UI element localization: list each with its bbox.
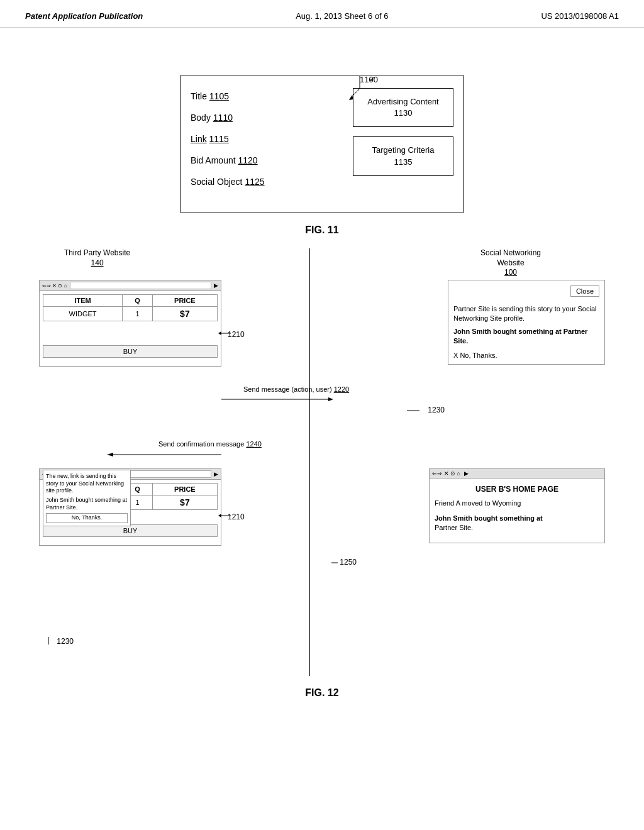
sns-home-toolbar: ⇐⇒ ✕ ⊙ ⌂ ▶	[430, 469, 604, 479]
label-1230-top: 1230	[407, 404, 445, 417]
sns-bought-text: John Smith bought something at Partner S…	[453, 327, 599, 346]
conf-no-thanks[interactable]: No, Thanks.	[46, 513, 128, 523]
fig12-diagram: Third Party Website 140 Social Networkin…	[33, 248, 611, 676]
price-7: $7	[152, 307, 217, 321]
browser-toolbar-top: ⇐⇒ ✕ ⊙ ⌂ ▶	[40, 280, 221, 291]
col-price: PRICE	[152, 295, 217, 307]
svg-marker-6	[328, 397, 333, 401]
sns-home-content: USER B'S HOME PAGE Friend A moved to Wyo…	[430, 479, 604, 543]
svg-marker-11	[218, 514, 221, 517]
close-button-top[interactable]: Close	[570, 285, 599, 297]
browser-content-bottom: ITEM Q PRICE WIDGET 1 $7 The new, l	[40, 480, 221, 545]
svg-marker-4	[218, 331, 221, 335]
svg-marker-9	[107, 453, 113, 456]
tpw-browser-top: ⇐⇒ ✕ ⊙ ⌂ ▶ ITEM Q PRICE WIDGET 1	[39, 280, 221, 367]
label-1250: 1250	[322, 556, 357, 569]
field-bid: Bid Amount 1120	[191, 155, 347, 165]
fig12-section: Third Party Website 140 Social Networkin…	[25, 248, 619, 699]
tpw-browser-bottom: ⇐⇒ ✕ ⊙ ⌂ ▶ ITEM Q PRICE WIDGET 1	[39, 468, 221, 546]
field-body: Body 1110	[191, 113, 347, 123]
qty-1: 1	[123, 307, 153, 321]
home-page-title: USER B'S HOME PAGE	[435, 484, 599, 495]
conf-text-2: John Smith bought something at Partner S…	[46, 497, 128, 511]
sns-story-text: Partner Site is sending this story to yo…	[453, 304, 599, 324]
fig12-label: FIG. 12	[25, 687, 619, 699]
browser-content-top: ITEM Q PRICE WIDGET 1 $7 BUY	[40, 291, 221, 366]
conf-text-1: The new, link is sending this story to y…	[46, 473, 128, 495]
fig11-left-col: Title 1105 Body 1110 Link 1115 Bid Amoun…	[191, 88, 347, 187]
home-story-1: Friend A moved to Wyoming	[435, 499, 599, 508]
sns-content-top: Close Partner Site is sending this story…	[448, 280, 604, 364]
sns-panel-top: Close Partner Site is sending this story…	[448, 280, 605, 365]
send-msg-label: Send message (action, user) 1220	[243, 385, 349, 393]
shop-table-top: ITEM Q PRICE WIDGET 1 $7	[43, 294, 218, 321]
fig11-right-col: Advertising Content1130 Targeting Criter…	[353, 88, 453, 176]
header-date-sheet: Aug. 1, 2013 Sheet 6 of 6	[296, 11, 388, 21]
home-story-2: John Smith bought something at Partner S…	[435, 514, 599, 533]
header-patent-num: US 2013/0198008 A1	[541, 11, 619, 21]
buy-button-bottom[interactable]: BUY	[43, 524, 218, 537]
field-social: Social Object 1125	[191, 177, 347, 187]
sns-no-thanks[interactable]: X No, Thanks.	[453, 351, 599, 359]
page-header: Patent Application Publication Aug. 1, 2…	[0, 0, 644, 28]
targeting-criteria-box: Targeting Criteria1135	[353, 136, 453, 175]
fig11-outer-box: Title 1105 Body 1110 Link 1115 Bid Amoun…	[180, 75, 464, 213]
item-widget: WIDGET	[43, 307, 123, 321]
send-conf-label: Send confirmation message 1240	[158, 440, 262, 448]
col-price-b: PRICE	[152, 484, 217, 495]
buy-button-top[interactable]: BUY	[43, 345, 218, 358]
field-link: Link 1115	[191, 134, 347, 144]
label-1230-bottom: 1230	[42, 637, 74, 646]
divider-line	[309, 248, 310, 676]
fig11-section: 1100 ↙ Title 1105	[25, 47, 619, 236]
sns-label: Social Networking Website 100	[448, 248, 574, 278]
header-publication: Patent Application Publication	[25, 11, 143, 21]
col-item: ITEM	[43, 295, 123, 307]
fig11-label: FIG. 11	[305, 224, 338, 236]
sns-home-panel: ⇐⇒ ✕ ⊙ ⌂ ▶ USER B'S HOME PAGE Friend A m…	[429, 468, 605, 543]
main-content: 1100 ↙ Title 1105	[0, 28, 644, 717]
advertising-content-box: Advertising Content1130	[353, 88, 453, 127]
fig11-diagram: 1100 ↙ Title 1105	[165, 47, 479, 213]
field-title: Title 1105	[191, 91, 347, 101]
col-qty: Q	[123, 295, 153, 307]
confirmation-overlay: The new, link is sending this story to y…	[43, 470, 131, 526]
tpw-label: Third Party Website 140	[64, 248, 130, 268]
toolbar-icons: ⇐⇒ ✕ ⊙ ⌂	[42, 283, 67, 289]
price-7-b: $7	[152, 495, 217, 510]
